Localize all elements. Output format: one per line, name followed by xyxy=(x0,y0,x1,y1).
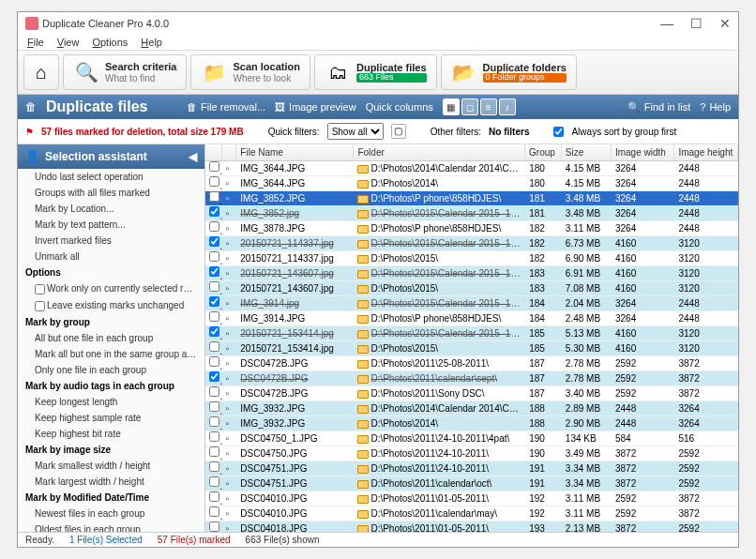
find-in-list-button[interactable]: 🔍Find in list xyxy=(627,101,691,113)
sidebar-item[interactable]: Undo last select operation xyxy=(18,169,204,185)
menu-help[interactable]: Help xyxy=(141,37,162,48)
col-size[interactable]: Size xyxy=(562,144,612,160)
row-checkbox[interactable] xyxy=(209,521,219,532)
row-checkbox[interactable] xyxy=(209,371,219,382)
table-row[interactable]: ▫DSC0472B.JPGD:\Photos\2011\calendar\sep… xyxy=(205,371,738,386)
row-checkbox[interactable] xyxy=(209,266,219,277)
duplicate-files-button[interactable]: 🗂 Duplicate files663 Files xyxy=(314,54,437,90)
close-button[interactable]: ✕ xyxy=(719,16,731,31)
table-row[interactable]: ▫DSC04010.JPGD:\Photos\2011\calendar\may… xyxy=(205,506,738,521)
row-checkbox[interactable] xyxy=(209,281,219,292)
table-row[interactable]: ▫IMG_3878.JPGD:\Photos\P phone\858HDJES\… xyxy=(205,221,738,236)
search-criteria-button[interactable]: 🔍 Search criteriaWhat to find xyxy=(63,54,187,90)
table-row[interactable]: ▫DSC0472B.JPGD:\Photos\2011\25-08-2011\1… xyxy=(205,356,738,371)
row-checkbox[interactable] xyxy=(209,356,219,367)
sidebar-item[interactable]: Leave existing marks unchanged xyxy=(18,297,204,314)
table-row[interactable]: ▫IMG_3852.jpgD:\Photos\2015\Calendar 201… xyxy=(205,206,738,221)
help-button[interactable]: ?Help xyxy=(700,101,731,113)
sidebar-checkbox[interactable] xyxy=(35,284,45,295)
quick-filter-select[interactable]: Show all xyxy=(327,123,384,140)
duplicate-folders-button[interactable]: 📂 Duplicate folders0 Folder groups xyxy=(441,54,577,90)
table-row[interactable]: ▫DSC04750_1.JPGD:\Photos\2011\24-10-2011… xyxy=(205,431,738,446)
row-checkbox[interactable] xyxy=(209,236,219,247)
sidebar-item[interactable]: Mark all but one in the same group and f… xyxy=(18,346,204,362)
table-row[interactable]: ▫20150721_114337.jpgD:\Photos\2015\Calen… xyxy=(205,236,738,251)
sidebar-item[interactable]: Keep highest sample rate xyxy=(18,410,204,426)
row-checkbox[interactable] xyxy=(209,416,219,427)
table-row[interactable]: ▫DSC04751.JPGD:\Photos\2011\24-10-2011\1… xyxy=(205,461,738,476)
view-list-icon[interactable]: ≡ xyxy=(480,98,497,115)
table-row[interactable]: ▫IMG_3852.JPGD:\Photos\P phone\858HDJES\… xyxy=(205,191,738,206)
row-checkbox[interactable] xyxy=(209,311,219,322)
row-checkbox[interactable] xyxy=(209,221,219,232)
row-checkbox[interactable] xyxy=(209,431,219,442)
row-checkbox[interactable] xyxy=(209,461,219,472)
table-row[interactable]: ▫DSC04750.JPGD:\Photos\2011\24-10-2011\1… xyxy=(205,446,738,461)
table-row[interactable]: ▫20150721_153414.jpgD:\Photos\2015\1855.… xyxy=(205,341,738,356)
row-checkbox[interactable] xyxy=(209,206,219,217)
sidebar-item[interactable]: Mark largest width / height xyxy=(18,474,204,490)
col-image-height[interactable]: Image height xyxy=(674,144,738,160)
row-checkbox[interactable] xyxy=(209,161,219,172)
row-checkbox[interactable] xyxy=(209,326,219,337)
menu-view[interactable]: View xyxy=(57,37,80,48)
sidebar-item[interactable]: Invert marked files xyxy=(18,233,204,249)
minimize-button[interactable]: — xyxy=(660,16,673,31)
table-row[interactable]: ▫20150721_153414.jpgD:\Photos\2015\Calen… xyxy=(205,326,738,341)
sidebar-item[interactable]: Unmark all xyxy=(18,249,204,264)
view-music-icon[interactable]: ♪ xyxy=(499,98,516,115)
sidebar-item[interactable]: Only one file in each group xyxy=(18,362,204,378)
sidebar-item[interactable]: Groups with all files marked xyxy=(18,185,204,201)
row-checkbox[interactable] xyxy=(209,296,219,307)
row-checkbox[interactable] xyxy=(209,446,219,457)
view-camera-icon[interactable]: ◻ xyxy=(461,98,478,115)
home-button[interactable]: ⌂ xyxy=(23,54,59,90)
sidebar-item[interactable]: Mark smallest width / height xyxy=(18,458,204,474)
sort-by-group-checkbox[interactable] xyxy=(553,127,564,137)
sidebar-item[interactable]: Newest files in each group xyxy=(18,506,204,521)
col-image-width[interactable]: Image width xyxy=(612,144,675,160)
table-row[interactable]: ▫DSC04018.JPGD:\Photos\2011\01-05-2011\1… xyxy=(205,521,738,532)
maximize-button[interactable]: ☐ xyxy=(690,16,703,31)
table-row[interactable]: ▫20150721_143607.jpgD:\Photos\2015\Calen… xyxy=(205,266,738,281)
row-checkbox[interactable] xyxy=(209,506,219,517)
row-checkbox[interactable] xyxy=(209,251,219,262)
sidebar-item[interactable]: Oldest files in each group xyxy=(18,521,204,532)
collapse-sidebar-button[interactable]: ◀ xyxy=(189,150,197,163)
table-row[interactable]: ▫20150721_143607.jpgD:\Photos\2015\1837.… xyxy=(205,281,738,296)
row-checkbox[interactable] xyxy=(209,341,219,352)
table-row[interactable]: ▫DSC04751.JPGD:\Photos\2011\calendar\oct… xyxy=(205,476,738,491)
table-row[interactable]: ▫20150721_114337.jpgD:\Photos\2015\1826.… xyxy=(205,251,738,266)
row-checkbox[interactable] xyxy=(209,401,219,412)
grid-body[interactable]: ▫IMG_3644.JPGD:\Photos\2014\Calendar 201… xyxy=(205,161,738,532)
table-row[interactable]: ▫IMG_3644.JPGD:\Photos\2014\1804.15 MB32… xyxy=(205,176,738,191)
menu-file[interactable]: File xyxy=(27,37,44,48)
sidebar-item[interactable]: All but one file in each group xyxy=(18,330,204,346)
sidebar-item[interactable]: Mark by text pattern... xyxy=(18,217,204,233)
scan-location-button[interactable]: 📁 Scan locationWhere to look xyxy=(190,54,310,90)
table-row[interactable]: ▫DSC04010.JPGD:\Photos\2011\01-05-2011\1… xyxy=(205,491,738,506)
col-folder[interactable]: Folder xyxy=(354,144,525,160)
col-checkbox[interactable] xyxy=(205,144,222,160)
sidebar-item[interactable]: Work only on currently selected rows xyxy=(18,280,204,297)
row-checkbox[interactable] xyxy=(209,191,219,202)
sidebar-item[interactable]: Keep longest length xyxy=(18,394,204,410)
table-row[interactable]: ▫IMG_3932.JPGD:\Photos\2014\1882.90 MB24… xyxy=(205,416,738,431)
file-removal-button[interactable]: 🗑File removal... xyxy=(187,101,265,113)
row-checkbox[interactable] xyxy=(209,176,219,187)
clear-filter-button[interactable]: ▢ xyxy=(391,124,406,139)
sidebar-item[interactable]: Mark by Location... xyxy=(18,201,204,217)
table-row[interactable]: ▫IMG_3644.JPGD:\Photos\2014\Calendar 201… xyxy=(205,161,738,176)
menu-options[interactable]: Options xyxy=(92,37,128,48)
table-row[interactable]: ▫IMG_3914.JPGD:\Photos\P phone\858HDJES\… xyxy=(205,311,738,326)
row-checkbox[interactable] xyxy=(209,476,219,487)
table-row[interactable]: ▫DSC0472B.JPGD:\Photos\2011\Sony DSC\187… xyxy=(205,386,738,401)
sidebar-item[interactable]: Keep highest bit rate xyxy=(18,426,204,442)
image-preview-button[interactable]: 🖼Image preview xyxy=(275,101,356,113)
table-row[interactable]: ▫IMG_3932.JPGD:\Photos\2014\Calendar 201… xyxy=(205,401,738,416)
col-group[interactable]: Group xyxy=(525,144,562,160)
table-row[interactable]: ▫IMG_3914.jpgD:\Photos\2015\Calendar 201… xyxy=(205,296,738,311)
col-filename[interactable]: File Name xyxy=(236,144,354,160)
row-checkbox[interactable] xyxy=(209,491,219,502)
sidebar-checkbox[interactable] xyxy=(35,301,45,311)
